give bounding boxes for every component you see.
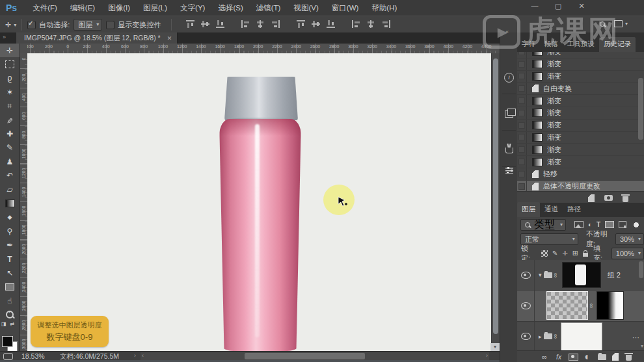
align-left-button[interactable] — [241, 20, 250, 29]
layer-name[interactable]: 组 2 — [608, 270, 621, 280]
color-swatches[interactable] — [2, 336, 18, 352]
history-state-11[interactable]: 总体不透明度更改 — [517, 181, 644, 191]
menu-item-5[interactable]: 选择(S) — [211, 0, 249, 16]
history-brush-well[interactable] — [517, 71, 527, 83]
history-brush-well[interactable] — [517, 168, 527, 180]
default-swatches-icon[interactable]: ◨⇄ — [1, 321, 14, 327]
history-state-3[interactable]: 自由变换 — [517, 83, 644, 95]
new-layer-button[interactable] — [610, 352, 621, 361]
link-layers-button[interactable]: ∞ — [539, 352, 550, 361]
brush-settings-panel-button[interactable] — [503, 164, 515, 176]
tab-图层[interactable]: 图层 — [517, 202, 540, 217]
history-brush-well[interactable] — [517, 58, 527, 70]
hand-tool[interactable]: ☝ — [0, 294, 20, 307]
opacity-dropdown[interactable]: 30% ▾ — [615, 233, 644, 245]
history-brush-well[interactable] — [517, 132, 527, 144]
workspace-switcher[interactable]: ▾ — [614, 20, 628, 27]
info-panel-button[interactable]: i — [503, 71, 515, 84]
layer-thumbnail[interactable] — [546, 291, 588, 320]
new-doc-from-state-button[interactable] — [586, 194, 597, 202]
history-state-10[interactable]: 轻移 — [517, 168, 644, 181]
tab-字符[interactable]: 字符 — [517, 37, 540, 52]
lock-transparent-button[interactable] — [541, 249, 548, 257]
tab-工具预设[interactable]: 工具预设 — [563, 37, 599, 52]
snapshot-camera-button[interactable] — [603, 194, 613, 202]
close-icon[interactable]: ✕ — [167, 35, 172, 42]
move-tool[interactable]: ✛ — [0, 44, 20, 57]
menu-item-7[interactable]: 视图(V) — [287, 0, 325, 16]
new-group-button[interactable] — [596, 352, 608, 361]
history-brush-well[interactable] — [517, 181, 527, 191]
tab-历史记录[interactable]: 历史记录 — [599, 37, 636, 52]
screen-mode-icon[interactable] — [3, 353, 13, 360]
adjustment-layer-button[interactable]: ◐ — [582, 352, 593, 361]
auto-select-checkbox[interactable] — [27, 21, 36, 29]
menu-item-0[interactable]: 文件(F) — [26, 0, 64, 16]
search-icon[interactable] — [600, 21, 605, 27]
history-state-1[interactable]: 渐变 — [517, 58, 644, 71]
history-state-4[interactable]: 渐变 — [517, 95, 644, 107]
zoom-level-field[interactable]: 18.53% — [21, 352, 45, 360]
align-vcenter-button[interactable] — [201, 20, 209, 29]
brushes-panel-button[interactable] — [503, 144, 515, 157]
lock-all-button[interactable] — [583, 249, 588, 257]
clone-stamp-tool[interactable]: ♟ — [0, 155, 20, 168]
align-top-button[interactable] — [186, 20, 195, 29]
history-state-9[interactable]: 渐变 — [517, 156, 644, 168]
brush-tool[interactable]: ✎ — [0, 141, 20, 155]
shape-filter-button[interactable] — [605, 221, 614, 228]
history-brush-well[interactable] — [517, 120, 527, 131]
trash-button[interactable] — [620, 194, 630, 202]
lock-position-button[interactable]: ✛ — [562, 249, 567, 257]
close-button[interactable]: ✕ — [577, 2, 586, 10]
history-brush-tool[interactable]: ↶ — [0, 169, 20, 183]
history-brush-well[interactable] — [517, 52, 527, 58]
layer-row-2[interactable]: ▸∞⋯ — [517, 322, 644, 350]
scrollbar-thumb[interactable] — [245, 353, 365, 359]
history-brush-well[interactable] — [517, 107, 527, 119]
scrollbar-left-arrow[interactable]: ‹ — [142, 352, 144, 359]
type-filter-button[interactable]: T — [597, 221, 600, 228]
panels-panel-button[interactable] — [503, 108, 515, 120]
group-thumbnail[interactable] — [561, 322, 602, 350]
layer-row-1[interactable]: ∞ — [517, 291, 644, 321]
layer-filter-dropdown[interactable]: 类型 ▾ — [520, 219, 566, 231]
layers-scrollbar-thumb[interactable] — [639, 261, 643, 278]
menu-item-6[interactable]: 滤镜(T) — [250, 0, 288, 16]
canvas[interactable]: 调整选中图层透明度 数字键盘0-9 — [27, 53, 500, 351]
path-select-tool[interactable]: ↖ — [0, 266, 20, 279]
lasso-tool[interactable]: ϱ — [0, 71, 20, 85]
history-state-6[interactable]: 渐变 — [517, 120, 644, 132]
distribute-hcenter-button[interactable] — [367, 20, 375, 29]
layer-visibility-toggle[interactable] — [517, 260, 535, 290]
current-tool-indicator[interactable]: ✛ ▾ — [5, 21, 16, 29]
pen-tool[interactable]: ✒ — [0, 238, 20, 252]
layer-row-0[interactable]: ▾∞组 2 — [517, 260, 644, 291]
history-state-5[interactable]: 渐变 — [517, 107, 644, 120]
foreground-color-swatch[interactable] — [2, 336, 13, 347]
eraser-tool[interactable]: ▱ — [0, 183, 20, 196]
crop-tool[interactable]: ⌗ — [0, 99, 20, 113]
history-state-8[interactable]: 渐变 — [517, 144, 644, 156]
chevron-down-icon[interactable]: ▾ — [539, 272, 542, 278]
menu-item-3[interactable]: 图层(L) — [137, 0, 174, 16]
history-state-7[interactable]: 渐变 — [517, 132, 644, 144]
history-state-2[interactable]: 渐变 — [517, 71, 644, 83]
scrollbar-down-arrow[interactable]: ▾ — [490, 343, 500, 351]
rect-marquee-tool[interactable] — [0, 57, 20, 71]
menu-item-9[interactable]: 帮助(H) — [365, 0, 403, 16]
menu-item-4[interactable]: 文字(Y) — [174, 0, 211, 16]
gradient-tool[interactable] — [0, 196, 20, 210]
minimize-button[interactable]: — — [530, 2, 539, 10]
lock-pixels-button[interactable]: ✎ — [552, 249, 557, 257]
distribute-vcenter-button[interactable] — [312, 20, 320, 29]
menu-item-1[interactable]: 编辑(E) — [64, 0, 101, 16]
type-tool[interactable]: T — [0, 252, 20, 266]
spot-heal-tool[interactable]: ✚ — [0, 127, 20, 140]
shape-tool[interactable] — [0, 280, 20, 294]
scrollbar-right-arrow[interactable]: › — [486, 352, 488, 359]
layer-mask-thumbnail[interactable] — [597, 291, 624, 320]
align-right-button[interactable] — [271, 20, 280, 29]
dodge-tool[interactable]: ⚲ — [0, 224, 20, 238]
smart-filter-button[interactable] — [619, 221, 626, 228]
